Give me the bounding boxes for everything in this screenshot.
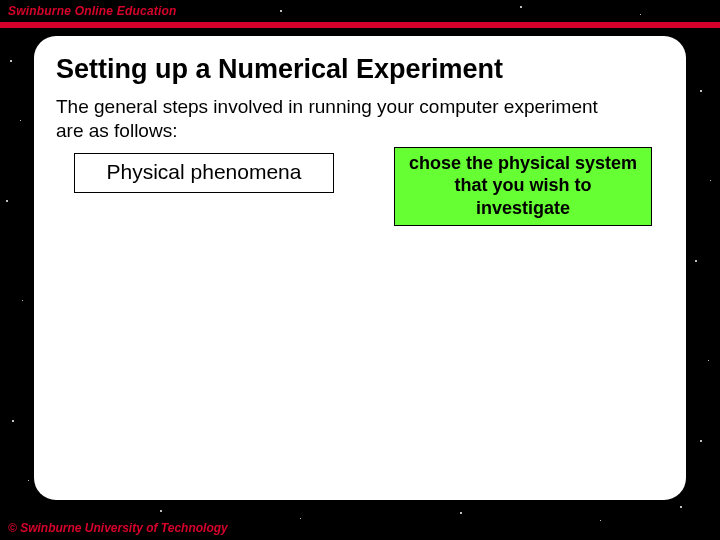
footer-bar: © Swinburne University of Technology [8,518,228,536]
slide-card: Setting up a Numerical Experiment The ge… [34,36,686,500]
step-description-box: chose the physical system that you wish … [394,147,652,227]
step-box: Physical phenomena [74,153,334,193]
brand-text: Swinburne Online Education [8,4,177,18]
accent-stripe [0,22,720,28]
header-bar: Swinburne Online Education [0,0,720,22]
slide-intro: The general steps involved in running yo… [56,95,616,143]
copyright-text: © Swinburne University of Technology [8,521,228,535]
content-row: Physical phenomena chose the physical sy… [56,153,664,227]
slide-title: Setting up a Numerical Experiment [56,54,664,85]
